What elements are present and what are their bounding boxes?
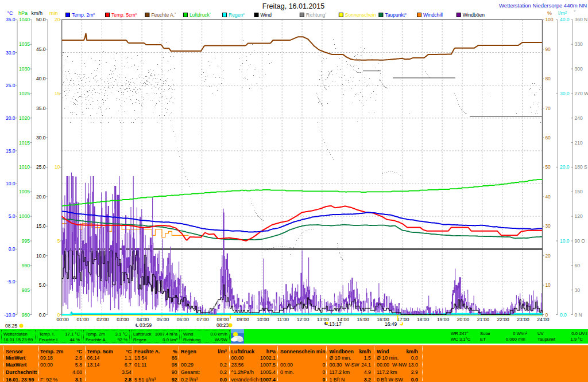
svg-text:30: 30 xyxy=(575,287,581,293)
svg-text:35.0: 35.0 xyxy=(6,17,16,22)
svg-text:10.0: 10.0 xyxy=(36,253,46,259)
svg-text:15: 15 xyxy=(55,91,60,96)
svg-text:01:00: 01:00 xyxy=(76,317,89,322)
svg-text:18:00: 18:00 xyxy=(417,317,430,322)
svg-text:min: min xyxy=(49,10,58,16)
svg-text:Regenx: Regenx xyxy=(229,12,245,18)
svg-text:985: 985 xyxy=(22,287,30,293)
svg-text:0.0: 0.0 xyxy=(560,312,567,318)
svg-text:30.0: 30.0 xyxy=(6,50,16,56)
svg-text:°C: °C xyxy=(7,10,13,16)
svg-text:30.0: 30.0 xyxy=(560,91,570,96)
svg-text:Windchill: Windchill xyxy=(423,12,443,18)
svg-text:21:00: 21:00 xyxy=(477,317,490,322)
svg-text:Wetterstation Niedersorpe 440m: Wetterstation Niedersorpe 440m NN xyxy=(499,2,587,9)
svg-text:90 O: 90 O xyxy=(575,238,586,244)
svg-text:1015: 1015 xyxy=(19,140,30,146)
svg-text:05:00: 05:00 xyxy=(157,317,169,322)
svg-text:50.0: 50.0 xyxy=(36,17,46,22)
svg-text:08:00: 08:00 xyxy=(216,317,229,322)
svg-text:11:00: 11:00 xyxy=(277,317,289,322)
svg-text:20.0: 20.0 xyxy=(560,164,570,170)
svg-text:20.0: 20.0 xyxy=(36,194,46,200)
svg-text:Temp. 2mx: Temp. 2mx xyxy=(72,12,95,18)
svg-text:45.0: 45.0 xyxy=(36,46,46,52)
svg-text:00:00: 00:00 xyxy=(57,317,69,322)
svg-text:1025: 1025 xyxy=(19,91,30,96)
svg-text:360 N: 360 N xyxy=(575,17,588,22)
svg-text:08:23: 08:23 xyxy=(216,322,229,328)
svg-text:1020: 1020 xyxy=(19,115,30,121)
svg-text:30: 30 xyxy=(545,223,551,229)
svg-text:%: % xyxy=(547,10,552,16)
svg-text:Windböen: Windböen xyxy=(463,12,485,18)
svg-text:980: 980 xyxy=(22,312,30,318)
svg-text:20: 20 xyxy=(55,17,60,22)
svg-text:0.0: 0.0 xyxy=(9,246,16,252)
svg-text:60: 60 xyxy=(545,135,551,141)
svg-text:20: 20 xyxy=(545,253,551,259)
svg-text:300: 300 xyxy=(575,66,583,72)
svg-text:10: 10 xyxy=(545,282,551,288)
svg-text:240: 240 xyxy=(575,115,583,121)
svg-text:270 W: 270 W xyxy=(575,91,588,96)
svg-text:°: ° xyxy=(574,9,576,15)
svg-text:-5.0: -5.0 xyxy=(7,279,16,284)
svg-text:5: 5 xyxy=(57,238,60,244)
svg-text:23:00: 23:00 xyxy=(517,317,529,322)
svg-text:19:00: 19:00 xyxy=(437,317,450,322)
svg-text:17:00: 17:00 xyxy=(397,317,409,322)
svg-text:12:00: 12:00 xyxy=(297,317,310,322)
svg-text:40.0: 40.0 xyxy=(560,17,570,22)
svg-text:70: 70 xyxy=(545,106,551,111)
svg-text:-10.0: -10.0 xyxy=(4,312,16,318)
svg-text:40: 40 xyxy=(545,194,551,200)
svg-text:15.0: 15.0 xyxy=(6,148,16,154)
svg-text:1035: 1035 xyxy=(19,41,30,47)
svg-text:1040: 1040 xyxy=(19,17,30,22)
svg-text:150: 150 xyxy=(575,189,583,194)
svg-text:100: 100 xyxy=(545,17,553,22)
svg-text:1000: 1000 xyxy=(19,213,30,219)
svg-text:08:25: 08:25 xyxy=(5,323,18,329)
svg-text:60: 60 xyxy=(575,263,581,268)
svg-text:Feuchte A.°: Feuchte A.° xyxy=(151,12,176,18)
svg-text:10.0: 10.0 xyxy=(560,238,570,244)
svg-text:06:00: 06:00 xyxy=(177,317,189,322)
svg-text:40.0: 40.0 xyxy=(36,76,46,81)
svg-text:990: 990 xyxy=(22,263,30,268)
svg-text:0 N: 0 N xyxy=(575,312,582,318)
svg-text:03:59: 03:59 xyxy=(140,322,152,328)
svg-text:1005: 1005 xyxy=(19,189,30,194)
svg-text:Wind: Wind xyxy=(261,12,272,18)
svg-text:20.0: 20.0 xyxy=(6,115,16,121)
svg-text:Temp. 5cmx: Temp. 5cmx xyxy=(111,12,137,18)
svg-text:50: 50 xyxy=(545,164,551,170)
svg-text:l/m²: l/m² xyxy=(558,10,567,16)
svg-text:25.0: 25.0 xyxy=(6,83,16,88)
svg-text:330: 330 xyxy=(575,41,583,47)
svg-text:02:00: 02:00 xyxy=(96,317,109,322)
svg-text:20:00: 20:00 xyxy=(457,317,470,322)
svg-text:Taupunktx: Taupunktx xyxy=(385,12,407,18)
svg-text:180 S: 180 S xyxy=(575,164,588,170)
svg-text:30.0: 30.0 xyxy=(36,135,46,141)
svg-text:03:00: 03:00 xyxy=(117,317,129,322)
svg-text:25.0: 25.0 xyxy=(36,164,46,170)
svg-text:995: 995 xyxy=(22,238,30,244)
svg-text:15:00: 15:00 xyxy=(357,317,369,322)
svg-text:.13:17: .13:17 xyxy=(328,321,342,327)
svg-text:07:00: 07:00 xyxy=(197,317,210,322)
svg-text:15.0: 15.0 xyxy=(36,223,46,229)
svg-text:10: 10 xyxy=(55,164,60,170)
svg-text:1010: 1010 xyxy=(19,164,30,170)
svg-text:km/h: km/h xyxy=(31,10,42,16)
svg-text:Richtung°: Richtung° xyxy=(306,12,327,18)
svg-text:hPa: hPa xyxy=(18,10,28,16)
svg-text:Sonnenschein: Sonnenschein xyxy=(345,12,376,18)
svg-text:10:00: 10:00 xyxy=(257,317,269,322)
svg-text:90: 90 xyxy=(545,46,551,52)
svg-text:16:49: 16:49 xyxy=(385,321,397,327)
svg-text:Freitag, 16.01.2015: Freitag, 16.01.2015 xyxy=(262,2,324,10)
svg-text:120: 120 xyxy=(575,213,583,219)
